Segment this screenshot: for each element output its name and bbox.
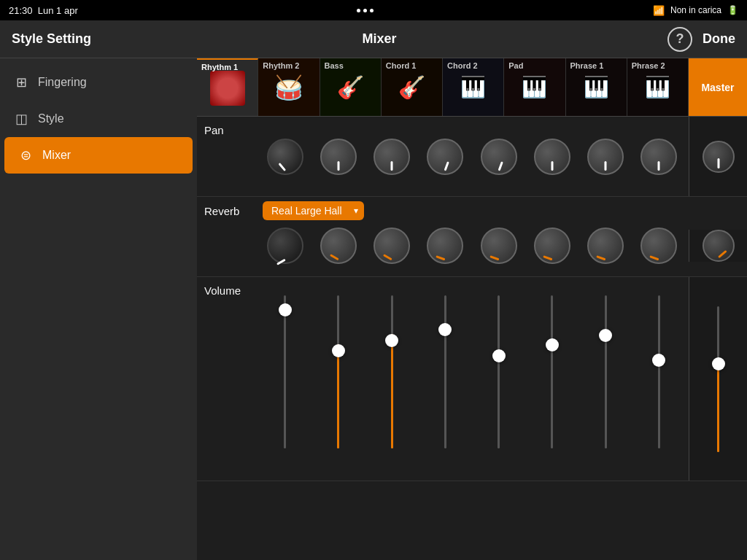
tab-chord1[interactable]: Chord 1 🎸 bbox=[382, 58, 443, 116]
pan-knob-6[interactable] bbox=[587, 139, 624, 175]
volume-master-fader-thumb[interactable] bbox=[712, 357, 725, 370]
pan-master-knob-wrap bbox=[703, 141, 735, 173]
volume-fader-wrap-5 bbox=[539, 284, 565, 459]
pan-knob-wrap-2 bbox=[374, 139, 410, 175]
volume-fader-wrap-0 bbox=[272, 284, 298, 459]
volume-fader-thumb-3[interactable] bbox=[438, 323, 452, 336]
tab-rhythm1[interactable]: Rhythm 1 bbox=[197, 58, 258, 116]
tab-bass[interactable]: Bass 🎸 bbox=[320, 58, 382, 116]
volume-fader-track-1 bbox=[337, 295, 339, 448]
done-button[interactable]: Done bbox=[703, 31, 735, 47]
volume-fader-track-0 bbox=[284, 295, 286, 448]
volume-fader-track-4 bbox=[498, 295, 500, 448]
pan-knob-1[interactable] bbox=[320, 139, 357, 175]
volume-fader-thumb-6[interactable] bbox=[599, 329, 612, 342]
content-area: Rhythm 1 Rhythm 2 🥁 Bass 🎸 Chord 1 bbox=[197, 58, 747, 560]
channel-tabs: Rhythm 1 Rhythm 2 🥁 Bass 🎸 Chord 1 bbox=[197, 58, 747, 117]
volume-master-col bbox=[689, 277, 747, 481]
reverb-knobs-row bbox=[197, 220, 747, 271]
volume-fader-track-3 bbox=[444, 295, 446, 448]
status-dots bbox=[357, 9, 374, 12]
status-right: 📶 Non in carica 🔋 bbox=[653, 5, 738, 16]
volume-fader-thumb-0[interactable] bbox=[279, 303, 292, 316]
reverb-master-knob[interactable] bbox=[703, 230, 735, 262]
volume-fader-thumb-4[interactable] bbox=[492, 349, 506, 362]
volume-fader-thumb-2[interactable] bbox=[385, 334, 398, 347]
tab-master[interactable]: Master bbox=[689, 58, 747, 116]
tab-chord2[interactable]: Chord 2 🎹 bbox=[443, 58, 504, 116]
pan-knob-4[interactable] bbox=[481, 139, 517, 175]
reverb-knob-0[interactable] bbox=[267, 228, 303, 264]
pan-row: Pan bbox=[197, 117, 747, 197]
volume-fader-track-2 bbox=[391, 295, 393, 448]
volume-label: Volume bbox=[197, 277, 255, 481]
tab-phrase2[interactable]: Phrase 2 🎹 bbox=[627, 58, 689, 116]
reverb-knob-7[interactable] bbox=[640, 228, 677, 264]
pan-master-knob[interactable] bbox=[703, 141, 735, 173]
reverb-spacer bbox=[197, 242, 255, 249]
reverb-master-knob-wrap bbox=[703, 230, 735, 262]
sidebar-label-fingering: Fingering bbox=[38, 76, 87, 89]
reverb-knob-5[interactable] bbox=[534, 228, 570, 264]
pan-knob-7[interactable] bbox=[640, 139, 677, 175]
volume-fader-thumb-7[interactable] bbox=[652, 354, 665, 367]
reverb-knob-wrap-7 bbox=[640, 228, 677, 264]
reverb-knobs bbox=[255, 220, 689, 271]
sidebar-item-style[interactable]: ◫ Style bbox=[0, 101, 197, 137]
pan-knobs bbox=[255, 117, 689, 196]
pan-knob-wrap-3 bbox=[427, 139, 463, 175]
reverb-label: Reverb bbox=[204, 205, 255, 217]
pan-knob-5[interactable] bbox=[534, 139, 570, 175]
reverb-knob-6[interactable] bbox=[587, 228, 624, 264]
volume-fader-wrap-3 bbox=[432, 284, 458, 459]
pan-master-col bbox=[689, 117, 747, 196]
tab-phrase1[interactable]: Phrase 1 🎹 bbox=[566, 58, 627, 116]
sidebar-item-mixer[interactable]: ⊜ Mixer bbox=[4, 137, 193, 174]
top-bar-actions: ? Done bbox=[667, 27, 735, 52]
reverb-knob-4[interactable] bbox=[481, 228, 517, 264]
reverb-master-col bbox=[689, 230, 747, 262]
pan-label: Pan bbox=[197, 117, 255, 196]
reverb-select-wrap[interactable]: Real Large Hall Large Hall Medium Hall S… bbox=[263, 201, 364, 220]
reverb-preset-select[interactable]: Real Large Hall Large Hall Medium Hall S… bbox=[263, 201, 364, 220]
reverb-knob-3[interactable] bbox=[427, 228, 463, 264]
mixer-icon: ⊜ bbox=[18, 147, 34, 163]
volume-fader-wrap-6 bbox=[592, 284, 619, 459]
pan-knob-wrap-7 bbox=[640, 139, 677, 175]
reverb-knob-2[interactable] bbox=[374, 228, 410, 264]
style-icon: ◫ bbox=[13, 111, 29, 127]
reverb-knob-wrap-3 bbox=[427, 228, 463, 264]
status-time: 21:30 Lun 1 apr bbox=[9, 5, 78, 16]
sidebar-label-style: Style bbox=[38, 112, 64, 125]
sidebar-item-fingering[interactable]: ⊞ Fingering bbox=[0, 64, 197, 101]
tab-pad[interactable]: Pad 🎹 bbox=[504, 58, 565, 116]
pan-knob-0[interactable] bbox=[267, 139, 303, 175]
tab-rhythm2[interactable]: Rhythm 2 🥁 bbox=[258, 58, 320, 116]
volume-master-fader-wrap bbox=[705, 299, 732, 459]
pan-knob-wrap-5 bbox=[534, 139, 570, 175]
reverb-knob-wrap-1 bbox=[320, 228, 357, 264]
pan-knob-3[interactable] bbox=[427, 139, 463, 175]
volume-fader-thumb-5[interactable] bbox=[546, 338, 559, 351]
volume-master-fader-track bbox=[717, 306, 719, 452]
reverb-knob-wrap-6 bbox=[587, 228, 624, 264]
reverb-row: Reverb Real Large Hall Large Hall Medium… bbox=[197, 197, 747, 277]
volume-fader-wrap-1 bbox=[325, 284, 352, 459]
volume-fader-wrap-4 bbox=[486, 284, 512, 459]
pan-knob-wrap-6 bbox=[587, 139, 624, 175]
reverb-knob-1[interactable] bbox=[320, 228, 357, 264]
reverb-knob-wrap-4 bbox=[481, 228, 517, 264]
reverb-knob-wrap-2 bbox=[374, 228, 410, 264]
volume-fader-thumb-1[interactable] bbox=[332, 344, 345, 357]
volume-fader-track-6 bbox=[605, 295, 607, 448]
master-label: Master bbox=[701, 82, 734, 93]
pan-knob-2[interactable] bbox=[374, 139, 410, 175]
page-title: Mixer bbox=[363, 31, 397, 47]
volume-fader-track-7 bbox=[658, 295, 660, 448]
pan-knob-wrap-1 bbox=[320, 139, 357, 175]
help-button[interactable]: ? bbox=[667, 27, 692, 52]
reverb-top: Reverb Real Large Hall Large Hall Medium… bbox=[197, 197, 747, 220]
volume-faders bbox=[255, 277, 689, 467]
sidebar: ⊞ Fingering ◫ Style ⊜ Mixer bbox=[0, 58, 197, 560]
mixer-body: Pan Reverb bbox=[197, 117, 747, 560]
